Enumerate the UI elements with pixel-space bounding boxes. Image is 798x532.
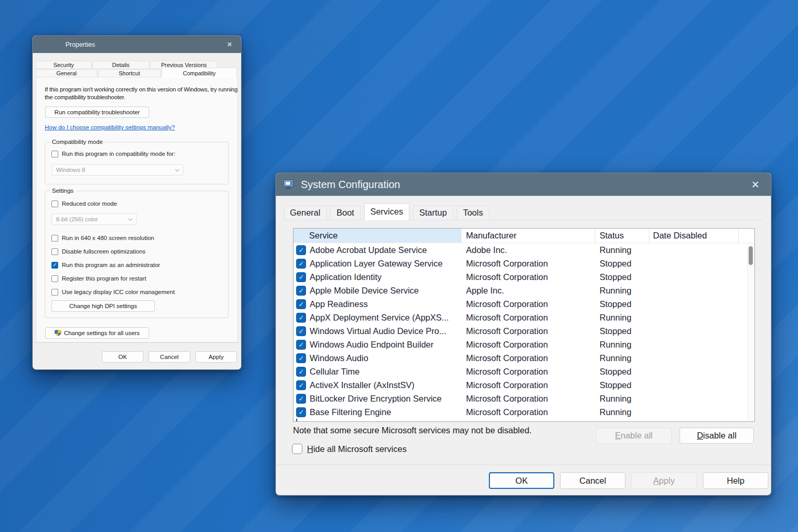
settings-checkbox[interactable] [51, 275, 58, 282]
service-name-cell: Windows Virtual Audio Device Pro... [310, 326, 466, 336]
properties-tab-row-2: GeneralShortcutCompatibility [36, 69, 238, 79]
status-cell: Running [600, 245, 653, 255]
properties-tab[interactable]: Compatibility [162, 68, 237, 78]
table-row[interactable]: Windows Audio Microsoft Corporation Runn… [294, 351, 754, 365]
settings-checkbox[interactable] [51, 235, 58, 242]
properties-tab[interactable]: Shortcut [98, 69, 161, 77]
hide-microsoft-services-checkbox[interactable] [292, 444, 302, 454]
service-checkbox[interactable] [296, 313, 306, 323]
table-row[interactable]: BitLocker Drive Encryption Service Micro… [294, 392, 754, 405]
change-high-dpi-settings-button[interactable]: Change high DPI settings [51, 300, 155, 312]
sysconfig-tab[interactable]: General [284, 206, 327, 220]
change-settings-all-users-button[interactable]: Change settings for all users [45, 327, 149, 339]
table-row[interactable]: Apple Mobile Device Service Apple Inc. R… [294, 284, 754, 297]
run-compatibility-troubleshooter-button[interactable]: Run compatibility troubleshooter [45, 107, 149, 118]
manufacturer-cell: Microsoft Corporation [466, 380, 600, 390]
service-checkbox[interactable] [296, 326, 306, 336]
properties-titlebar[interactable]: Properties [33, 36, 241, 53]
status-cell: Stopped [600, 299, 653, 309]
service-checkbox[interactable] [296, 286, 306, 296]
services-table: Service Manufacturer Status Date Disable… [293, 228, 755, 422]
vertical-scrollbar[interactable] [747, 244, 754, 421]
service-checkbox [296, 419, 297, 422]
table-row[interactable]: Base Filtering Engine Microsoft Corporat… [294, 405, 754, 419]
table-row[interactable]: ActiveX Installer (AxInstSV) Microsoft C… [294, 378, 754, 392]
status-cell: Stopped [600, 367, 653, 377]
service-checkbox[interactable] [296, 259, 306, 269]
settings-checkbox-row: Use legacy display ICC color management [51, 285, 222, 299]
sysconfig-tab[interactable]: Boot [330, 206, 361, 220]
tab-label: General [56, 70, 76, 76]
service-checkbox[interactable] [296, 407, 306, 417]
manufacturer-cell: Microsoft Corporation [466, 299, 600, 309]
manufacturer-cell: Microsoft Corporation [466, 394, 600, 404]
ok-button[interactable]: OK [489, 472, 554, 489]
sysconfig-titlebar[interactable]: System Configuration [276, 173, 771, 196]
table-row[interactable]: Application Identity Microsoft Corporati… [294, 270, 754, 284]
tab-label: Tools [463, 208, 483, 217]
tab-label: Details [112, 62, 130, 68]
uac-shield-icon [55, 330, 61, 337]
apply-button[interactable]: Apply [195, 351, 237, 363]
settings-checkbox[interactable] [51, 289, 58, 296]
service-checkbox[interactable] [296, 380, 306, 390]
service-name-cell: Windows Audio [310, 353, 466, 363]
settings-checkbox-label: Run this program as an administrator [62, 262, 160, 268]
sysconfig-tab[interactable]: Startup [413, 206, 453, 220]
properties-tab-strip: SecurityDetailsPrevious Versions General… [36, 61, 238, 79]
help-button[interactable]: Help [703, 472, 768, 489]
properties-tab[interactable]: Details [92, 61, 149, 69]
cancel-button[interactable]: Cancel [560, 472, 626, 489]
table-row[interactable]: AppX Deployment Service (AppXS... Micros… [294, 311, 754, 324]
service-checkbox[interactable] [296, 245, 306, 255]
column-header-status[interactable]: Status [595, 229, 649, 243]
service-checkbox[interactable] [296, 353, 306, 363]
sysconfig-close-icon[interactable]: ✕ [745, 173, 766, 196]
compatibility-intro-text: If this program isn't working correctly … [45, 86, 238, 101]
manufacturer-cell: Microsoft Corporation [466, 353, 600, 363]
scrollbar-thumb[interactable] [749, 246, 753, 265]
manufacturer-cell: Microsoft Corporation [466, 340, 600, 350]
properties-close-icon[interactable]: ✕ [222, 36, 237, 53]
status-cell: Running [600, 340, 653, 350]
table-row[interactable]: App Readiness Microsoft Corporation Stop… [294, 297, 754, 311]
service-checkbox[interactable] [296, 299, 306, 309]
table-row[interactable]: Windows Virtual Audio Device Pro... Micr… [294, 324, 754, 338]
status-cell: Stopped [600, 272, 653, 282]
table-row[interactable]: Windows Audio Endpoint Builder Microsoft… [294, 338, 754, 351]
cancel-button[interactable]: Cancel [149, 351, 190, 363]
compatibility-mode-checkbox[interactable] [51, 151, 58, 157]
properties-button-row: OK Cancel Apply [33, 342, 241, 369]
service-checkbox[interactable] [296, 340, 306, 350]
settings-checkbox-label: Run in 640 x 480 screen resolution [62, 235, 154, 241]
services-note-text: Note that some secure Microsoft services… [293, 424, 531, 436]
settings-checkbox[interactable] [51, 262, 58, 269]
disable-all-button[interactable]: Disable all [680, 428, 754, 444]
table-row[interactable]: Adobe Acrobat Update Service Adobe Inc. … [294, 243, 754, 257]
sysconfig-tab[interactable]: Services [364, 203, 409, 220]
column-header-manufacturer[interactable]: Manufacturer [461, 229, 595, 243]
service-checkbox[interactable] [296, 272, 306, 282]
service-checkbox[interactable] [296, 394, 306, 404]
reduced-color-mode-checkbox[interactable] [51, 201, 58, 207]
column-header-date-disabled[interactable]: Date Disabled [649, 229, 739, 243]
properties-tab[interactable]: Security [36, 61, 91, 69]
settings-checkbox[interactable] [51, 248, 58, 255]
properties-tab[interactable]: General [36, 69, 97, 77]
compatibility-mode-select: Windows 8 [51, 164, 183, 176]
sysconfig-tab[interactable]: Tools [457, 206, 489, 220]
settings-checkbox-label: Register this program for restart [62, 275, 146, 282]
service-checkbox[interactable] [296, 367, 306, 377]
select-value: 8-bit (256) color [56, 216, 98, 222]
table-row[interactable]: Application Layer Gateway Service Micros… [294, 257, 754, 270]
properties-title: Properties [65, 41, 95, 48]
manufacturer-cell: Microsoft Corporation [466, 326, 600, 336]
tab-label: Services [370, 207, 403, 216]
service-name-cell: Cellular Time [310, 367, 466, 377]
service-name-cell: Base Filtering Engine [310, 407, 466, 417]
table-row[interactable]: Cellular Time Microsoft Corporation Stop… [294, 365, 754, 378]
compatibility-help-link[interactable]: How do I choose compatibility settings m… [45, 124, 230, 130]
tab-label: Shortcut [119, 70, 140, 76]
column-header-service[interactable]: Service [294, 229, 461, 243]
ok-button[interactable]: OK [102, 351, 143, 363]
